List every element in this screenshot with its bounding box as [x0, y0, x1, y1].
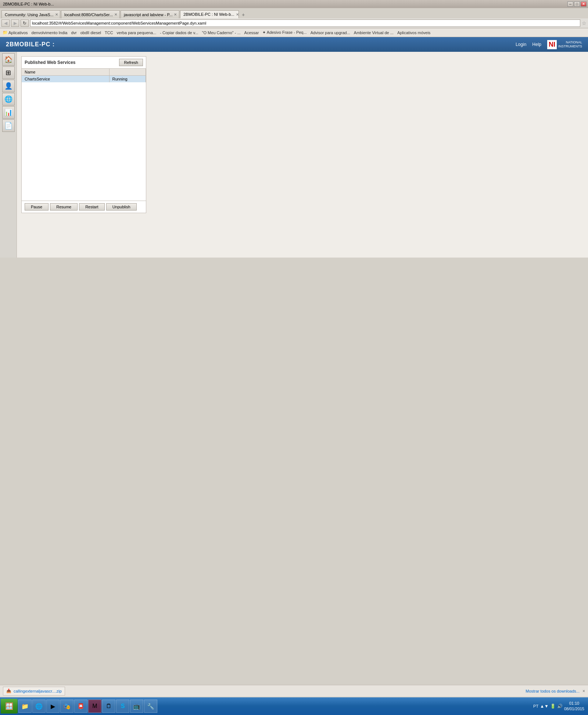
close-button[interactable]: ✕ [581, 1, 587, 7]
table-header-row: Name [22, 69, 146, 76]
title-bar: 2BMOBILE-PC : NI Web-b... ─ □ ✕ [0, 0, 588, 8]
col-status-header [109, 69, 146, 76]
main-content: 🏠 ⊞ 👤 🌐 📊 📄 Published Web Services Refre… [0, 52, 588, 258]
app-header-right: Login Help NI NATIONALINSTRUMENTS [516, 40, 582, 49]
download-item: 📥 callingexternaljavascr....zip [3, 687, 65, 696]
taskbar-item-browser[interactable]: 🌐 [32, 700, 46, 713]
sidebar-icon-chart[interactable]: 📊 [2, 106, 15, 119]
browser-tab-2[interactable]: localhost:8080/ChartsSer... ✕ [61, 10, 120, 18]
system-tray: PT ▲▼ 🔋 🔊 01:10 08/01/2015 [530, 701, 587, 712]
bookmark-aplicativos[interactable]: 📁 Aplicativos [1, 30, 29, 35]
sidebar-icon-home[interactable]: 🏠 [2, 53, 15, 66]
service-table: Name [22, 69, 146, 76]
bookmark-aplicativos-moveis[interactable]: Aplicativos móveis [396, 30, 431, 35]
taskbar-item-media[interactable]: ▶ [46, 700, 60, 713]
tray-volume-icon: 🔊 [557, 704, 563, 709]
tab-3-label: javascript and labview - P... [124, 12, 172, 17]
bookmark-ambiente[interactable]: Ambiente Virtual de ... [353, 30, 395, 35]
service-name: ChartsService [22, 76, 109, 82]
taskbar-item-mail[interactable]: 📮 [74, 700, 87, 713]
browser-tab-3[interactable]: javascript and labview - P... ✕ [121, 10, 179, 18]
taskbar-item-skype[interactable]: S [116, 700, 129, 713]
lang-indicator: PT [533, 704, 538, 708]
bookmark-verba[interactable]: verba para pequena... [116, 30, 158, 35]
ni-logo-box: NI [547, 40, 557, 49]
sidebar-icon-grid[interactable]: ⊞ [2, 67, 15, 79]
unpublish-button[interactable]: Unpublish [106, 203, 137, 211]
sidebar-icon-globe[interactable]: 🌐 [2, 93, 15, 105]
app-header: 2BMOBILE-PC : Login Help NI NATIONALINST… [0, 37, 588, 52]
tab-2-close[interactable]: ✕ [114, 12, 117, 17]
back-button[interactable]: ◀ [1, 19, 10, 27]
service-actions: Pause Resume Restart Unpublish [22, 201, 146, 213]
ni-logo-text: NATIONALINSTRUMENTS [558, 40, 582, 48]
new-tab-button[interactable]: + [240, 11, 247, 18]
ni-logo: NI NATIONALINSTRUMENTS [547, 40, 582, 49]
clock: 01:10 08/01/2015 [564, 701, 584, 712]
maximize-button[interactable]: □ [574, 1, 580, 7]
sidebar-icon-person[interactable]: 👤 [2, 80, 15, 92]
address-bar: ◀ ▶ ↻ ☆ [0, 18, 588, 28]
download-icon: 📥 [6, 689, 11, 693]
window-controls: ─ □ ✕ [567, 1, 587, 7]
taskbar: 🪟 📁 🌐 ▶ 🎭 📮 M 🗒 S 📺 🔧 PT ▲▼ 🔋 🔊 01:10 08… [0, 697, 588, 715]
forward-button[interactable]: ▶ [11, 19, 19, 27]
browser-frame: 2BMOBILE-PC : NI Web-b... ─ □ ✕ Communit… [0, 0, 588, 258]
pause-button[interactable]: Pause [25, 203, 49, 211]
sidebar: 🏠 ⊞ 👤 🌐 📊 📄 [0, 52, 17, 258]
login-link[interactable]: Login [516, 42, 526, 47]
taskbar-item-folder[interactable]: 📁 [18, 700, 32, 713]
tab-2-label: localhost:8080/ChartsSer... [64, 12, 113, 17]
bookmark-denvolvimento[interactable]: denvolvimento India [31, 30, 69, 35]
show-downloads-link[interactable]: Mostrar todos os downloads... [526, 689, 580, 693]
browser-tab-4[interactable]: 2BMOBILE-PC : NI Web-b... ✕ [180, 10, 239, 18]
start-button[interactable]: 🪟 [1, 699, 18, 714]
tab-4-label: 2BMOBILE-PC : NI Web-b... [183, 12, 234, 17]
tray-battery-icon: 🔋 [550, 704, 556, 709]
reload-button[interactable]: ↻ [21, 19, 29, 27]
clock-date: 08/01/2015 [564, 706, 584, 712]
restart-button[interactable]: Restart [79, 203, 104, 211]
tab-1-close[interactable]: ✕ [55, 12, 58, 17]
help-link[interactable]: Help [532, 42, 541, 47]
bookmark-dvr[interactable]: dvr [70, 30, 78, 35]
bookmark-obdii[interactable]: obdII diesel [79, 30, 102, 35]
table-row[interactable]: ChartsService Running [22, 76, 146, 82]
bookmark-tcc[interactable]: TCC [104, 30, 114, 35]
bookmark-adesivo[interactable]: ✦ Adesivo Frase - Peq... [261, 30, 308, 35]
bookmark-star-icon[interactable]: ☆ [582, 20, 587, 26]
resume-button[interactable]: Resume [50, 203, 78, 211]
col-name-header: Name [22, 69, 109, 76]
taskbar-item-sticky[interactable]: 🗒 [102, 700, 115, 713]
bookmark-meu-caderno[interactable]: "O Meu Caderno" - ... [201, 30, 242, 35]
tab-bar: Community: Using JavaS... ✕ localhost:80… [0, 8, 588, 18]
app-title: 2BMOBILE-PC : [6, 41, 55, 48]
sidebar-icon-document[interactable]: 📄 [2, 119, 15, 132]
tab-1-label: Community: Using JavaS... [5, 12, 54, 17]
window-title: 2BMOBILE-PC : NI Web-b... [1, 2, 54, 6]
tab-3-close[interactable]: ✕ [174, 12, 177, 17]
panel-title: Published Web Services [25, 60, 76, 65]
taskbar-item-tool[interactable]: 🔧 [144, 700, 157, 713]
panel-header: Published Web Services Refresh [22, 57, 146, 69]
bookmarks-bar: 📁 Aplicativos denvolvimento India dvr ob… [0, 28, 588, 37]
tab-4-close[interactable]: ✕ [236, 12, 239, 17]
clock-time: 01:10 [564, 701, 584, 706]
browser-tab-1[interactable]: Community: Using JavaS... ✕ [1, 10, 60, 18]
service-status: Running [109, 76, 146, 82]
download-close-button[interactable]: × [582, 689, 585, 694]
taskbar-item-app1[interactable]: M [88, 700, 101, 713]
bookmark-advisor[interactable]: Advisor para upgrad... [309, 30, 351, 35]
address-input[interactable] [30, 19, 580, 27]
table-body-area: ChartsService Running [22, 76, 146, 201]
service-table-body: ChartsService Running [22, 76, 146, 82]
tray-network-icon: ▲▼ [540, 704, 549, 709]
minimize-button[interactable]: ─ [567, 1, 573, 7]
bookmark-acessar[interactable]: Acessar [243, 30, 260, 35]
download-filename[interactable]: callingexternaljavascr....zip [14, 689, 62, 693]
web-services-panel: Published Web Services Refresh Name [21, 56, 146, 213]
refresh-button[interactable]: Refresh [119, 59, 143, 66]
taskbar-item-theater[interactable]: 🎭 [60, 700, 74, 713]
bookmark-copiar[interactable]: - Copiar dados de v... [159, 30, 199, 35]
taskbar-item-video[interactable]: 📺 [130, 700, 143, 713]
